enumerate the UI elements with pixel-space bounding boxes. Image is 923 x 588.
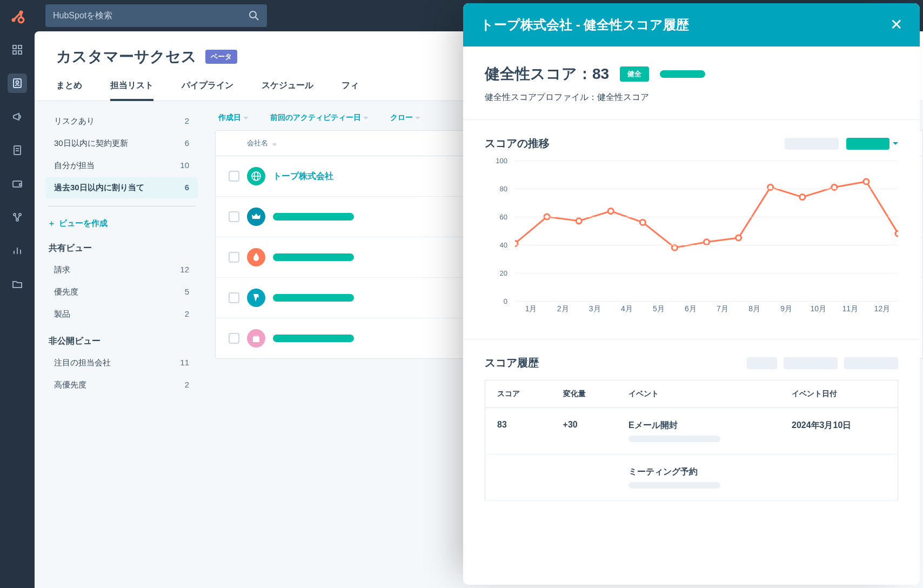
row-checkbox[interactable] xyxy=(229,171,239,182)
view-item[interactable]: 製品2 xyxy=(45,304,198,325)
health-badge: 健全 xyxy=(620,66,649,82)
view-item[interactable]: 自分が担当10 xyxy=(45,155,198,176)
close-icon[interactable]: ✕ xyxy=(890,17,902,32)
svg-point-29 xyxy=(608,209,613,214)
search-input[interactable] xyxy=(53,11,249,21)
tab-4[interactable]: フィ xyxy=(342,80,359,101)
th-delta[interactable]: 変化量 xyxy=(551,380,617,408)
svg-point-33 xyxy=(736,235,741,240)
nav-document-icon[interactable] xyxy=(8,141,27,160)
svg-rect-7 xyxy=(13,51,16,54)
svg-point-30 xyxy=(640,219,645,225)
company-avatar-icon xyxy=(247,289,265,307)
column-filter[interactable]: 前回のアクティビティー日 xyxy=(270,113,369,123)
shared-views-heading: 共有ビュー xyxy=(45,233,198,259)
column-filter[interactable]: クロー xyxy=(390,113,420,123)
company-name[interactable]: トープ株式会社 xyxy=(273,171,333,182)
svg-rect-8 xyxy=(18,51,22,54)
svg-point-16 xyxy=(19,213,21,216)
svg-rect-6 xyxy=(18,45,22,49)
svg-point-10 xyxy=(16,81,19,84)
svg-point-37 xyxy=(864,179,869,184)
redacted-name xyxy=(273,294,354,302)
th-score[interactable]: スコア xyxy=(485,380,551,408)
view-item[interactable]: 高優先度2 xyxy=(45,375,198,396)
svg-line-22 xyxy=(256,17,258,20)
global-search[interactable] xyxy=(45,4,267,27)
company-avatar-icon xyxy=(247,167,265,185)
hubspot-logo-icon[interactable] xyxy=(10,9,25,26)
svg-point-32 xyxy=(704,239,709,245)
history-row: 83+30Eメール開封2024年3月10日 xyxy=(485,408,898,455)
views-sidebar: リスクあり230日以内に契約更新6自分が担当10過去30日以内に割り当て6 ＋ビ… xyxy=(35,101,202,588)
nav-reports-icon[interactable] xyxy=(8,241,27,260)
svg-point-38 xyxy=(895,231,898,236)
beta-badge: ベータ xyxy=(205,50,237,64)
company-avatar-icon xyxy=(247,248,265,266)
svg-point-21 xyxy=(250,11,256,18)
plus-icon: ＋ xyxy=(48,218,56,229)
create-view-button[interactable]: ＋ビューを作成 xyxy=(45,214,198,233)
tab-2[interactable]: パイプライン xyxy=(182,80,233,101)
svg-point-2 xyxy=(18,17,23,22)
trend-filter-1[interactable] xyxy=(785,138,839,150)
th-event[interactable]: イベント xyxy=(617,380,780,408)
hist-filter-2[interactable] xyxy=(784,357,838,369)
view-item[interactable]: 請求12 xyxy=(45,259,198,280)
profile-line: 健全性スコアプロファイル：健全性スコア xyxy=(485,92,898,103)
score-trend-chart: 020406080100 1月2月3月4月5月6月7月8月9月10月11月12月 xyxy=(485,161,898,323)
tab-1[interactable]: 担当リスト xyxy=(110,80,153,101)
column-filter[interactable]: 作成日 xyxy=(218,113,249,123)
svg-point-28 xyxy=(576,218,581,224)
view-item[interactable]: リスクあり2 xyxy=(45,111,198,132)
redacted-name xyxy=(273,213,354,220)
search-icon xyxy=(249,10,259,21)
row-checkbox[interactable] xyxy=(229,211,239,222)
history-title: スコア履歴 xyxy=(485,356,539,370)
view-item[interactable]: 過去30日以内に割り当て6 xyxy=(45,177,198,198)
svg-point-35 xyxy=(800,195,805,200)
view-item[interactable]: 30日以内に契約更新6 xyxy=(45,133,198,154)
left-nav-rail xyxy=(0,0,35,588)
nav-contacts-icon[interactable] xyxy=(8,74,27,93)
view-item[interactable]: 注目の担当会社11 xyxy=(45,352,198,373)
tab-3[interactable]: スケジュール xyxy=(262,80,313,101)
redacted-name xyxy=(273,253,354,261)
hist-filter-3[interactable] xyxy=(844,357,898,369)
nav-megaphone-icon[interactable] xyxy=(8,107,27,126)
panel-title: トープ株式会社 - 健全性スコア履歴 xyxy=(480,16,689,34)
row-checkbox[interactable] xyxy=(229,333,239,344)
company-avatar-icon xyxy=(247,329,265,348)
th-date[interactable]: イベント日付 xyxy=(780,380,898,408)
score-heading: 健全性スコア：83 xyxy=(485,64,609,84)
svg-point-15 xyxy=(14,213,16,216)
tab-0[interactable]: まとめ xyxy=(56,80,82,101)
nav-grid-icon[interactable] xyxy=(8,40,27,59)
svg-rect-5 xyxy=(13,45,16,49)
trend-title: スコアの推移 xyxy=(485,136,550,151)
score-bar xyxy=(660,70,705,78)
company-avatar-icon xyxy=(247,208,265,226)
private-views-heading: 非公開ビュー xyxy=(45,326,198,352)
nav-folder-icon[interactable] xyxy=(8,275,27,294)
health-score-panel: トープ株式会社 - 健全性スコア履歴 ✕ 健全性スコア：83 健全 健全性スコア… xyxy=(463,3,920,585)
hist-filter-1[interactable] xyxy=(747,357,777,369)
page-title: カスタマーサクセス xyxy=(56,46,197,67)
svg-point-31 xyxy=(672,245,677,250)
nav-wallet-icon[interactable] xyxy=(8,174,27,193)
trend-filter-2[interactable] xyxy=(846,138,898,150)
view-item[interactable]: 優先度5 xyxy=(45,282,198,303)
svg-point-17 xyxy=(16,219,18,221)
row-checkbox[interactable] xyxy=(229,252,239,263)
row-checkbox[interactable] xyxy=(229,292,239,303)
history-table: スコア 変化量 イベント イベント日付 83+30Eメール開封2024年3月10… xyxy=(485,380,898,501)
history-row: ミーティング予約 xyxy=(485,455,898,501)
nav-workflow-icon[interactable] xyxy=(8,208,27,227)
redacted-name xyxy=(273,335,354,342)
